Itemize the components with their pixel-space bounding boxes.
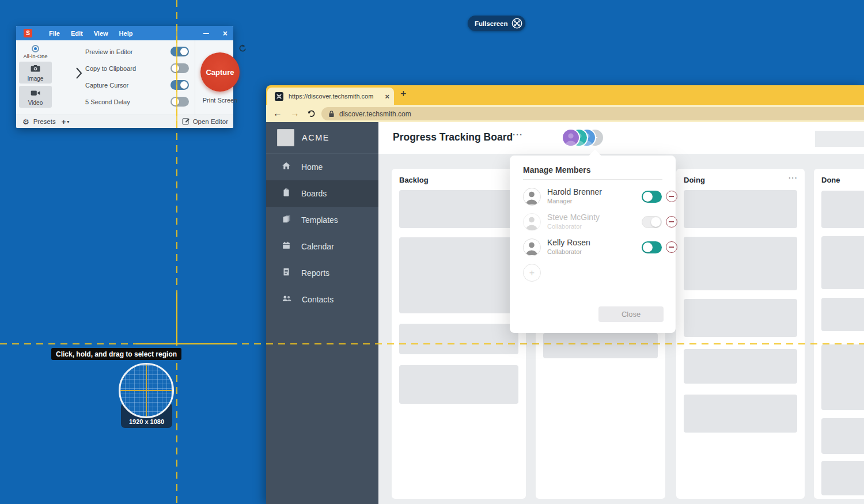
column-overflow-menu[interactable]: ··· (789, 173, 798, 182)
caret-down-icon[interactable]: ▾ (67, 119, 69, 124)
capture-button[interactable]: Capture (200, 52, 240, 92)
card-placeholder[interactable] (684, 190, 797, 228)
menu-view[interactable]: View (94, 30, 108, 37)
sidebar-item-label: Templates (301, 215, 338, 225)
back-button[interactable]: ← (273, 108, 282, 119)
member-name: Harold Brenner (547, 187, 602, 196)
sidebar-item-templates[interactable]: Templates (266, 207, 378, 233)
card-placeholder[interactable] (399, 237, 518, 313)
member-role: Collaborator (547, 248, 582, 255)
member-avatar (523, 213, 541, 231)
minimize-button[interactable] (203, 33, 209, 34)
mode-video[interactable]: Video (19, 86, 52, 108)
menu-help[interactable]: Help (119, 30, 133, 37)
preview-in-editor-toggle[interactable] (170, 47, 189, 56)
mode-all-in-one-label: All-in-One (19, 53, 52, 59)
column-title: Doing (684, 176, 705, 184)
add-member-button[interactable]: + (523, 264, 541, 282)
sidebar-item-boards[interactable]: Boards (266, 180, 378, 207)
open-editor-icon (182, 117, 190, 126)
magnifier-crosshair-horizontal (120, 390, 172, 391)
open-editor-button[interactable]: Open Editor (182, 117, 228, 126)
card-placeholder[interactable] (399, 190, 518, 228)
capture-options: Preview in Editor Copy to Clipboard Capt… (85, 43, 189, 110)
fullscreen-button[interactable]: Fullscreen (468, 16, 525, 31)
crosshair-horizontal-line (0, 343, 864, 344)
remove-member-button[interactable] (666, 216, 677, 228)
mode-image-label: Image (28, 75, 44, 82)
desktop: Fullscreen S File Edit View Help × All (0, 0, 864, 504)
capture-cursor-toggle[interactable] (170, 80, 189, 90)
org-header: ACME (266, 122, 378, 154)
copy-to-clipboard-toggle[interactable] (170, 63, 189, 73)
undo-icon[interactable] (238, 44, 247, 55)
fullscreen-arrows-icon (511, 17, 523, 29)
browser-tab[interactable]: https://discover.techsmith.com × (267, 88, 394, 105)
page-header: Progress Tracking Board ··· + (378, 122, 864, 154)
member-toggle[interactable] (642, 191, 662, 203)
member-toggle[interactable] (642, 216, 662, 228)
card-placeholder[interactable] (684, 395, 797, 433)
avatar[interactable] (563, 130, 579, 146)
option-row: Preview in Editor (85, 43, 189, 60)
delay-toggle[interactable] (170, 97, 189, 107)
sidebar-item-label: Home (301, 162, 323, 172)
divider (523, 179, 662, 180)
mode-all-in-one[interactable]: All-in-One (19, 45, 52, 59)
card-placeholder[interactable] (821, 461, 864, 495)
card-placeholder[interactable] (821, 298, 864, 331)
member-avatar (523, 238, 541, 256)
sidebar-item-label: Contacts (302, 295, 334, 304)
card-placeholder[interactable] (399, 365, 518, 404)
card-placeholder[interactable] (684, 349, 797, 384)
card-placeholder[interactable] (684, 237, 797, 290)
menu-edit[interactable]: Edit (71, 30, 83, 37)
capture-dimensions-text: 1920 x 1080 (121, 418, 172, 425)
new-tab-button[interactable]: + (400, 88, 407, 100)
forward-button[interactable]: → (290, 108, 300, 119)
card-placeholder[interactable] (821, 344, 864, 410)
calendar-icon (281, 240, 291, 253)
sidebar-item-home[interactable]: Home (266, 154, 378, 180)
card-placeholder[interactable] (821, 236, 864, 289)
card-placeholder[interactable] (821, 418, 864, 454)
mode-image[interactable]: Image (19, 62, 52, 84)
sidebar-item-label: Calendar (301, 242, 334, 251)
sidebar-item-reports[interactable]: Reports (266, 260, 378, 286)
fullscreen-label: Fullscreen (475, 20, 508, 27)
close-window-button[interactable]: × (223, 29, 228, 37)
tab-close-icon[interactable]: × (385, 92, 389, 101)
remove-member-button[interactable] (666, 191, 677, 202)
crosshair-vertical-segment (176, 293, 177, 346)
mode-video-label: Video (28, 100, 43, 106)
board-overflow-menu[interactable]: ··· (513, 130, 523, 139)
card-placeholder[interactable] (543, 333, 658, 358)
presets-label[interactable]: Presets (33, 118, 56, 125)
member-toggle[interactable] (642, 241, 662, 253)
snagit-titlebar[interactable]: S File Edit View Help × (16, 26, 233, 40)
add-preset-button[interactable]: + (62, 118, 66, 126)
card-placeholder[interactable] (399, 324, 518, 354)
card-placeholder[interactable] (821, 191, 864, 228)
magnifier-loupe (119, 363, 174, 418)
card-placeholder[interactable] (684, 299, 797, 337)
org-name: ACME (302, 133, 329, 142)
tab-title: https://discover.techsmith.com (289, 93, 380, 100)
capture-panel: Capture Print Screen (195, 40, 233, 115)
address-bar[interactable]: discover.techsmith.com (321, 107, 864, 120)
toggle-knob (172, 98, 179, 105)
region-select-tooltip: Click, hold, and drag to select region (51, 348, 181, 360)
member-name: Kelly Rosen (547, 238, 590, 247)
refresh-button[interactable] (307, 109, 316, 118)
crosshair-horizontal-segment (136, 343, 237, 344)
sidebar-item-calendar[interactable]: Calendar (266, 233, 378, 260)
sidebar-item-contacts[interactable]: Contacts (266, 286, 378, 313)
gear-icon[interactable]: ⚙ (22, 118, 29, 126)
close-popup-button[interactable]: Close (598, 306, 664, 322)
toggle-knob (643, 242, 653, 252)
menu-file[interactable]: File (49, 30, 60, 37)
header-placeholder (815, 131, 864, 147)
capture-button-label: Capture (206, 68, 234, 77)
member-row-kelly: Kelly Rosen Collaborator (523, 235, 664, 260)
remove-member-button[interactable] (666, 241, 677, 253)
